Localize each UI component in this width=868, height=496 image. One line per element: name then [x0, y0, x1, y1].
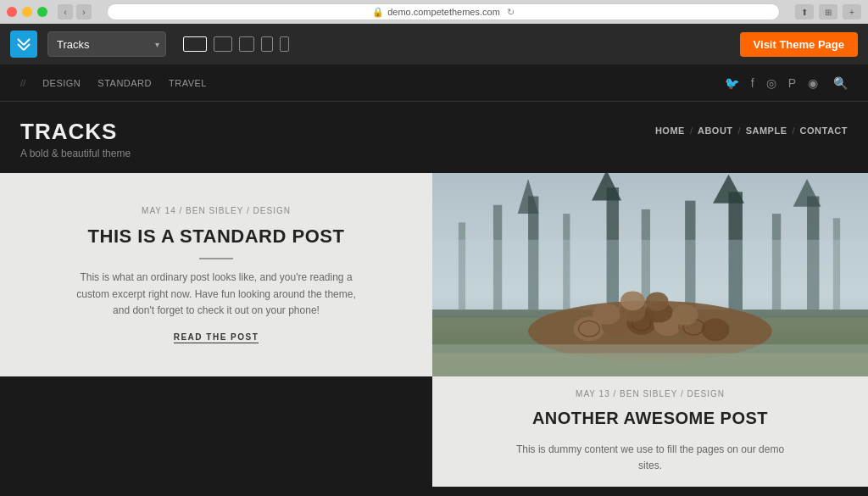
- browser-chrome: ‹ › 🔒 demo.competethemes.com ↻ ⬆ ⊞ +: [0, 0, 868, 24]
- theme-select-input[interactable]: Tracks: [47, 31, 166, 57]
- post-2-title: ANOTHER AWESOME POST: [532, 409, 768, 428]
- reload-icon: ↻: [507, 7, 515, 18]
- post-1-title: THIS IS A STANDARD POST: [88, 226, 345, 248]
- forward-button[interactable]: ›: [76, 4, 92, 20]
- svg-point-33: [593, 304, 620, 325]
- browser-actions: ⬆ ⊞ +: [795, 4, 861, 20]
- post-text-panel-1: MAY 14 / BEN SIBLEY / DESIGN THIS IS A S…: [0, 173, 432, 376]
- layout-icons: [183, 36, 289, 52]
- website-preview: // DESIGN STANDARD TRAVEL 🐦 f ◎ P ◉ 🔍 TR…: [0, 64, 868, 487]
- tablet-layout-icon[interactable]: [239, 36, 254, 52]
- header-nav-home[interactable]: HOME: [655, 125, 685, 136]
- post-1-read-more[interactable]: READ THE POST: [174, 332, 259, 343]
- desktop-layout-icon[interactable]: [183, 36, 207, 52]
- theme-selector[interactable]: Tracks ▾: [47, 31, 166, 57]
- post-1-excerpt: This is what an ordinary post looks like…: [72, 270, 360, 319]
- url-text: demo.competethemes.com: [387, 7, 500, 17]
- share-button[interactable]: ⬆: [795, 4, 814, 20]
- svg-point-36: [672, 304, 698, 326]
- site-nav-left: // DESIGN STANDARD TRAVEL: [20, 78, 207, 88]
- tablet-wide-layout-icon[interactable]: [214, 36, 232, 52]
- post-1-divider: [199, 258, 233, 259]
- post-1-image: [432, 173, 868, 376]
- search-icon[interactable]: 🔍: [833, 76, 848, 90]
- post-1-meta: MAY 14 / BEN SIBLEY / DESIGN: [142, 206, 291, 215]
- site-tagline: A bold & beautiful theme: [20, 148, 131, 159]
- pinterest-icon[interactable]: P: [788, 76, 796, 90]
- close-button[interactable]: [7, 7, 17, 17]
- address-bar[interactable]: 🔒 demo.competethemes.com ↻: [107, 3, 780, 20]
- site-nav-right: 🐦 f ◎ P ◉ 🔍: [725, 76, 848, 90]
- back-button[interactable]: ‹: [58, 4, 73, 20]
- header-nav-contact[interactable]: CONTACT: [800, 125, 848, 136]
- post-2-dark-panel: [0, 376, 432, 487]
- post-row-1: MAY 14 / BEN SIBLEY / DESIGN THIS IS A S…: [0, 173, 868, 376]
- post-text-panel-2: MAY 13 / BEN SIBLEY / DESIGN ANOTHER AWE…: [432, 376, 868, 487]
- nav-link-standard[interactable]: STANDARD: [97, 78, 152, 88]
- svg-point-29: [702, 318, 730, 341]
- twitter-icon[interactable]: 🐦: [725, 76, 739, 90]
- site-header: TRACKS A bold & beautiful theme HOME / A…: [0, 102, 868, 173]
- app-toolbar: Tracks ▾ Visit Theme Page: [0, 24, 868, 64]
- mobile-layout-icon[interactable]: [280, 36, 289, 52]
- facebook-icon[interactable]: f: [751, 76, 754, 90]
- visit-theme-button[interactable]: Visit Theme Page: [740, 32, 858, 57]
- nav-slash: //: [20, 78, 25, 88]
- minimize-button[interactable]: [22, 7, 32, 17]
- maximize-button[interactable]: [37, 7, 47, 17]
- header-nav-about[interactable]: ABOUT: [698, 125, 733, 136]
- post-2-meta: MAY 13 / BEN SIBLEY / DESIGN: [576, 389, 725, 398]
- site-title-group: TRACKS A bold & beautiful theme: [20, 119, 131, 159]
- nav-buttons: ‹ ›: [58, 4, 92, 20]
- rss-icon[interactable]: ◉: [808, 76, 818, 90]
- mobile-wide-layout-icon[interactable]: [261, 36, 273, 52]
- svg-rect-40: [432, 344, 868, 376]
- svg-point-38: [646, 293, 669, 312]
- site-nav: // DESIGN STANDARD TRAVEL 🐦 f ◎ P ◉ 🔍: [0, 64, 868, 102]
- nav-link-travel[interactable]: TRAVEL: [169, 78, 207, 88]
- nav-link-design[interactable]: DESIGN: [42, 78, 81, 88]
- svg-point-37: [620, 292, 645, 311]
- site-header-nav: HOME / ABOUT / SAMPLE / CONTACT: [655, 119, 848, 136]
- app-logo: [10, 31, 37, 58]
- instagram-icon[interactable]: ◎: [766, 76, 776, 90]
- site-title[interactable]: TRACKS: [20, 119, 131, 145]
- lock-icon: 🔒: [372, 7, 384, 18]
- new-tab-button[interactable]: ⊞: [819, 4, 837, 20]
- post-2-excerpt: This is dummy content we use to fill the…: [506, 442, 794, 474]
- header-nav-sample[interactable]: SAMPLE: [746, 125, 787, 136]
- content-area: MAY 14 / BEN SIBLEY / DESIGN THIS IS A S…: [0, 173, 868, 487]
- post-row-2: MAY 13 / BEN SIBLEY / DESIGN ANOTHER AWE…: [0, 376, 868, 487]
- browser-titlebar: ‹ › 🔒 demo.competethemes.com ↻ ⬆ ⊞ +: [0, 0, 868, 24]
- add-tab-button[interactable]: +: [843, 4, 861, 20]
